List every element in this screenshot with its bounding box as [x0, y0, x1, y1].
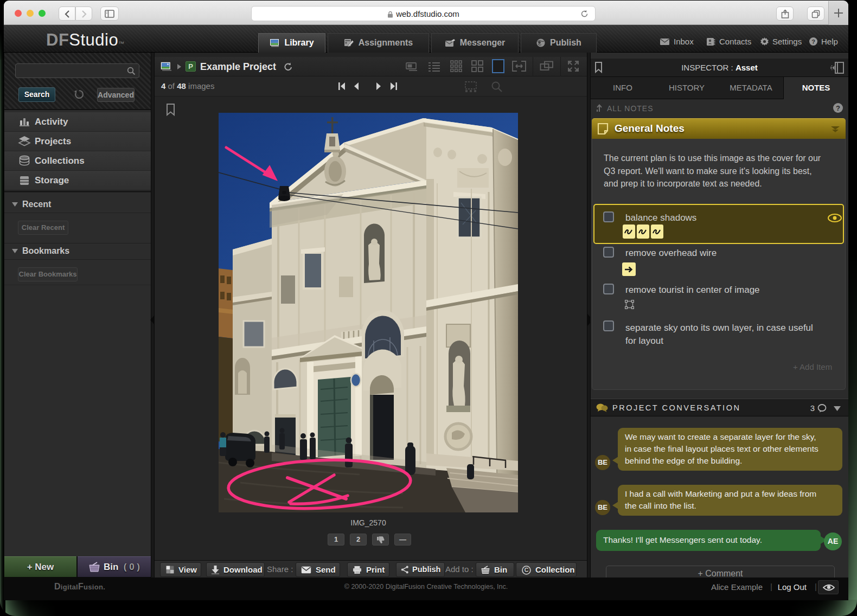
- svg-text:C: C: [525, 567, 529, 573]
- svg-text:?: ?: [811, 39, 815, 45]
- svg-text:?: ?: [836, 104, 840, 112]
